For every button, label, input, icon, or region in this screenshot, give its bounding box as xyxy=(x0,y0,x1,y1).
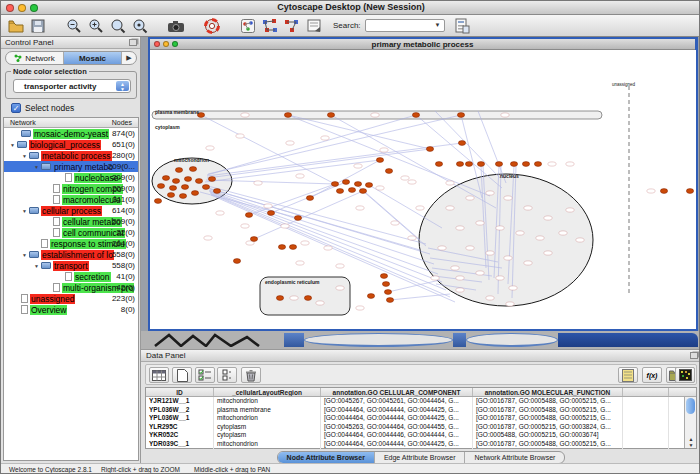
table-row[interactable]: YPL036W__2plasma membrane[GO:0044464, GO… xyxy=(146,406,696,415)
network-canvas[interactable]: plasma membranecytoplasmmitochondrionnuc… xyxy=(150,50,696,329)
expander-icon[interactable]: ▼ xyxy=(8,142,17,148)
background-window-edge[interactable] xyxy=(453,333,466,347)
tree-row[interactable]: cellular metabo209(0) xyxy=(4,216,138,227)
tree-row[interactable]: response to stimulu264(0) xyxy=(4,238,138,249)
notes-icon[interactable] xyxy=(618,367,638,383)
tab-network[interactable]: Network xyxy=(6,52,64,64)
table-row[interactable]: YPL036W__1mitochondrion[GO:0044464, GO:0… xyxy=(146,414,696,423)
scrollbar-thumb[interactable] xyxy=(686,398,695,414)
network-graph[interactable]: plasma membranecytoplasmmitochondrionnuc… xyxy=(150,50,696,329)
column-header[interactable]: annotation.GO MOLECULAR_FUNCTION xyxy=(473,388,623,396)
layout-2-icon[interactable] xyxy=(283,17,301,35)
expander-icon[interactable]: ▼ xyxy=(32,263,41,269)
save-icon[interactable] xyxy=(29,17,47,35)
snapshot-icon[interactable] xyxy=(167,17,185,35)
cytoscape-window: Cytoscape Desktop (New Session) xyxy=(0,0,700,474)
window-titlebar[interactable]: Cytoscape Desktop (New Session) xyxy=(1,1,700,15)
tab-mosaic[interactable]: Mosaic xyxy=(64,52,122,64)
file-icon xyxy=(53,195,60,204)
search-input[interactable]: ▼ xyxy=(365,19,445,32)
search-dropdown-icon[interactable]: ▼ xyxy=(433,21,443,30)
unselect-attributes-icon[interactable] xyxy=(217,367,237,383)
column-header[interactable] xyxy=(623,388,669,396)
tree-row[interactable]: multi-organism pro42(0) xyxy=(4,282,138,293)
tree-row[interactable]: macromolecule311(0) xyxy=(4,194,138,205)
expander-icon[interactable]: ▼ xyxy=(20,208,29,214)
data-panel: Data Panel f(x) xyxy=(141,349,700,463)
control-panel: Control Panel Network Mosaic ▶ Node colo… xyxy=(1,37,141,463)
float-panel-icon[interactable] xyxy=(129,39,137,46)
scrollbar-arrows[interactable]: ▲▼ xyxy=(685,436,697,448)
zoom-in-icon[interactable] xyxy=(87,17,105,35)
background-window-fragment[interactable] xyxy=(304,333,453,347)
tree-row[interactable]: Overview8(0) xyxy=(4,304,138,315)
heatmap-icon[interactable] xyxy=(675,367,695,383)
background-network-thumbnail[interactable] xyxy=(151,333,263,347)
new-attribute-icon[interactable] xyxy=(172,367,192,383)
zoom-out-icon[interactable] xyxy=(65,17,83,35)
tab-overflow-button[interactable]: ▶ xyxy=(122,52,136,64)
tab-edge-attribute-browser[interactable]: Edge Attribute Browser xyxy=(375,452,466,463)
delete-attribute-icon[interactable] xyxy=(241,367,261,383)
expander-icon[interactable]: ▼ xyxy=(20,252,29,258)
tree-row[interactable]: secretion41(0) xyxy=(4,271,138,282)
table-row[interactable]: YJR121W__1mitochondrion[GO:0045267, GO:0… xyxy=(146,397,696,406)
formula-icon[interactable]: f(x) xyxy=(642,367,662,383)
vizmapper-icon[interactable] xyxy=(239,17,257,35)
file-icon xyxy=(53,217,60,226)
table-row[interactable]: YLR295Ccytoplasm[GO:0045263, GO:0044464,… xyxy=(146,423,696,432)
background-window-fragment[interactable] xyxy=(466,333,558,347)
svg-text:nucleus: nucleus xyxy=(500,173,519,179)
layout-1-icon[interactable] xyxy=(261,17,279,35)
tree-row[interactable]: nucleobase-209(0) xyxy=(4,172,138,183)
tree-row-count: 42(0) xyxy=(116,283,135,292)
tree-row[interactable]: ▼primary metabo209(0... xyxy=(4,161,138,172)
background-window-edge[interactable] xyxy=(284,333,304,347)
expander-icon[interactable]: ▼ xyxy=(20,153,29,159)
help-icon[interactable] xyxy=(203,17,221,35)
folder-icon xyxy=(29,251,39,258)
tree-row[interactable]: nitrogen compo209(0) xyxy=(4,183,138,194)
column-header[interactable]: annotation.GO CELLULAR_COMPONENT xyxy=(321,388,473,396)
select-attributes-icon[interactable] xyxy=(195,367,215,383)
select-nodes-checkbox[interactable]: ✓ xyxy=(11,103,21,113)
network-tree: Network Nodes mosaic-demo-yeast874(0)▼bi… xyxy=(3,117,139,461)
tab-mosaic-label: Mosaic xyxy=(79,54,106,63)
attribute-browser-icon[interactable] xyxy=(453,17,471,35)
node-color-selection-group: Node color selection transporter activit… xyxy=(5,71,137,99)
attribute-table[interactable]: ID_cellularLayoutRegionannotation.GO CEL… xyxy=(145,387,697,449)
tree-row[interactable]: unassigned223(0) xyxy=(4,293,138,304)
zoom-fit-icon[interactable] xyxy=(109,17,127,35)
background-window-edge[interactable] xyxy=(558,333,698,347)
tree-row[interactable]: mosaic-demo-yeast874(0) xyxy=(4,128,138,139)
tree-row[interactable]: ▼cellular process614(0) xyxy=(4,205,138,216)
network-window[interactable]: primary metabolic process plasma membran… xyxy=(148,37,698,331)
table-cell: [GO:0045263, GO:0044464, GO:0044455, G..… xyxy=(321,423,473,432)
tree-row-count: 558(0) xyxy=(112,261,135,270)
network-window-titlebar[interactable]: primary metabolic process xyxy=(150,39,695,50)
file-icon xyxy=(53,184,60,193)
tree-row[interactable]: ▼metabolic process280(0) xyxy=(4,150,138,161)
tree-row[interactable]: ▼biological_process651(0) xyxy=(4,139,138,150)
open-file-icon[interactable] xyxy=(7,17,25,35)
table-row[interactable]: YKR052Ccytoplasm[GO:0044464, GO:0044446,… xyxy=(146,431,696,440)
column-header[interactable]: ID xyxy=(146,388,214,396)
file-icon xyxy=(65,272,72,281)
table-cell: cytoplasm xyxy=(214,431,321,440)
table-scrollbar[interactable]: ▲▼ xyxy=(684,397,696,448)
table-cell: [GO:0005488, GO:0005215, GO:0003674] xyxy=(473,431,623,440)
tab-node-attribute-browser[interactable]: Node Attribute Browser xyxy=(278,452,375,463)
float-data-panel-icon[interactable] xyxy=(690,352,698,359)
tree-row[interactable]: cell communicat22(0) xyxy=(4,227,138,238)
node-color-dropdown[interactable]: transporter activity ▲▼ xyxy=(13,79,131,93)
annotation-icon[interactable] xyxy=(305,17,323,35)
zoom-selected-icon[interactable] xyxy=(131,17,149,35)
tab-network-attribute-browser[interactable]: Network Attribute Browser xyxy=(465,452,564,463)
tree-row[interactable]: ▼establishment of lo558(0) xyxy=(4,249,138,260)
table-row[interactable]: YDR039C__1mitochondrion[GO:0044464, GO:0… xyxy=(146,440,696,449)
column-header[interactable]: _cellularLayoutRegion xyxy=(214,388,321,396)
tree-row[interactable]: ▼transport558(0) xyxy=(4,260,138,271)
attribute-table-icon[interactable] xyxy=(149,367,169,383)
expander-icon[interactable]: ▼ xyxy=(32,164,41,170)
table-cell: [GO:0044464, GO:0044444, GO:0044425, G..… xyxy=(321,440,473,449)
